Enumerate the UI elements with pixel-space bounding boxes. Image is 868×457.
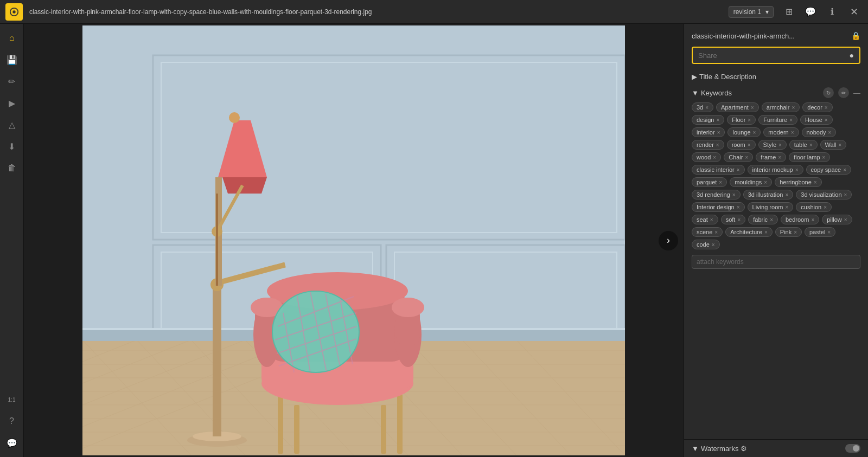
tag-interior-design-remove[interactable]: × (737, 204, 740, 210)
tag-furniture: Furniture× (758, 115, 797, 125)
tag-scene-remove[interactable]: × (714, 229, 718, 235)
tag-floor-remove[interactable]: × (748, 117, 751, 123)
title-description-header[interactable]: ▶ Title & Description (692, 69, 860, 84)
tag-code-remove[interactable]: × (712, 242, 715, 248)
grid-icon[interactable]: ⊞ (780, 3, 797, 21)
tag-decor-remove[interactable]: × (825, 105, 828, 111)
tag-copy-space-remove[interactable]: × (843, 167, 846, 173)
watermarks-gear-icon[interactable]: ⚙ (741, 445, 747, 453)
tag-3d-rendering-remove[interactable]: × (732, 192, 736, 198)
tag-decor: decor× (802, 102, 832, 112)
watermarks-toggle[interactable] (845, 444, 860, 453)
tag-parquet-remove[interactable]: × (719, 179, 722, 185)
tag-bedroom: bedroom× (781, 215, 819, 224)
sidebar-help-icon[interactable]: ? (2, 411, 22, 431)
lock-icon[interactable]: 🔒 (851, 31, 860, 40)
tag-bedroom-remove[interactable]: × (811, 217, 814, 223)
svg-rect-49 (381, 405, 386, 454)
interior-svg (82, 25, 625, 455)
tag-3d-illustration: 3d illustration× (743, 190, 794, 199)
tag-armchair-remove[interactable]: × (792, 105, 795, 111)
tag-cushion: cushion× (796, 202, 832, 212)
tag-architecture-remove[interactable]: × (764, 229, 768, 235)
sidebar-trash-icon[interactable]: 🗑 (2, 158, 22, 178)
sidebar-save-icon[interactable]: 💾 (2, 50, 22, 69)
share-bar[interactable]: ● (692, 47, 860, 64)
tag-style-remove[interactable]: × (778, 142, 782, 148)
keywords-edit-icon[interactable]: ✏ (838, 87, 849, 98)
tag-design-remove[interactable]: × (716, 117, 719, 123)
tag-cushion-remove[interactable]: × (824, 204, 827, 210)
tag-herringbone-remove[interactable]: × (814, 179, 817, 185)
sidebar-comment-icon[interactable]: 💬 (2, 433, 22, 453)
tag-3d: 3d× (692, 102, 713, 112)
tag-house: House× (800, 115, 833, 125)
tag-pastel-remove[interactable]: × (827, 229, 831, 235)
keywords-label-area: ▼ Keywords (692, 89, 732, 97)
tag-wall-remove[interactable]: × (839, 142, 842, 148)
close-icon[interactable]: ✕ (845, 3, 863, 21)
chat-icon[interactable]: 💬 (802, 3, 819, 21)
keywords-refresh-icon[interactable]: ↻ (823, 87, 834, 98)
sidebar-ratio-icon[interactable]: 1:1 (2, 390, 22, 409)
tag-room-remove[interactable]: × (748, 142, 751, 148)
tag-nobody-remove[interactable]: × (828, 130, 832, 136)
share-input[interactable] (698, 52, 850, 60)
keywords-collapse-arrow[interactable]: ▼ (692, 89, 699, 97)
sidebar-edit-icon[interactable]: ✏ (2, 72, 22, 91)
tag-lounge-remove[interactable]: × (753, 130, 756, 136)
tag-interior-mockup-remove[interactable]: × (795, 167, 799, 173)
tag-table-remove[interactable]: × (809, 142, 813, 148)
sidebar-download-icon[interactable]: ⬇ (2, 137, 22, 156)
share-submit-icon[interactable]: ● (850, 51, 854, 60)
tag-pink-remove[interactable]: × (794, 229, 797, 235)
tag-3d-rendering: 3d rendering× (692, 190, 741, 199)
svg-rect-36 (213, 286, 221, 436)
keyword-input[interactable] (692, 255, 860, 269)
info-icon[interactable]: ℹ (824, 3, 841, 21)
svg-rect-47 (397, 394, 403, 454)
sidebar-send-icon[interactable]: ▶ (2, 93, 22, 113)
panel-header: classic-interior-with-pink-armch... 🔒 (684, 24, 868, 44)
title-description-label-area: ▶ Title & Description (692, 73, 756, 81)
app-logo[interactable] (5, 3, 23, 21)
tag-interior: interior× (692, 127, 725, 137)
tag-seat-remove[interactable]: × (710, 217, 713, 223)
tag-furniture-remove[interactable]: × (789, 117, 793, 123)
tag-design: design× (692, 115, 724, 125)
revision-dropdown[interactable]: revision 1 ▾ (729, 6, 774, 18)
tag-interior-design: Interior design× (692, 202, 745, 212)
keywords-actions: ↻ ✏ — (823, 87, 860, 98)
keywords-panel: ▼ Keywords ↻ ✏ — 3d× Apartment× armchair… (684, 84, 868, 439)
main-layout: ⌂ 💾 ✏ ▶ △ ⬇ 🗑 1:1 ? 💬 (0, 24, 868, 457)
tag-3d-visualization-remove[interactable]: × (844, 192, 847, 198)
tag-living-room-remove[interactable]: × (785, 204, 788, 210)
tag-apartment-remove[interactable]: × (751, 105, 754, 111)
tag-classic-interior-remove[interactable]: × (737, 167, 740, 173)
keywords-header: ▼ Keywords ↻ ✏ — (692, 84, 860, 102)
tag-soft-remove[interactable]: × (737, 217, 741, 223)
tag-wood-remove[interactable]: × (713, 155, 716, 160)
tag-render-remove[interactable]: × (716, 142, 719, 148)
svg-rect-46 (278, 394, 283, 454)
keywords-collapse-icon[interactable]: — (853, 89, 860, 97)
tag-architecture: Architecture× (725, 227, 773, 237)
tag-fabric-remove[interactable]: × (770, 217, 773, 223)
tag-house-remove[interactable]: × (825, 117, 828, 123)
tag-3d-remove[interactable]: × (705, 105, 709, 111)
tag-table: table× (789, 140, 818, 150)
tag-3d-illustration-remove[interactable]: × (785, 192, 788, 198)
tag-frame-remove[interactable]: × (778, 155, 781, 160)
sidebar-warning-icon[interactable]: △ (2, 115, 22, 134)
tag-pillow-remove[interactable]: × (844, 217, 847, 223)
tag-floor-lamp-remove[interactable]: × (822, 155, 826, 160)
tag-mouldings-remove[interactable]: × (764, 179, 767, 185)
tag-chair-remove[interactable]: × (745, 155, 748, 160)
next-arrow[interactable]: › (659, 231, 678, 250)
tag-interior-remove[interactable]: × (717, 130, 720, 136)
watermarks-label-area[interactable]: ▼ Watermarks ⚙ (692, 445, 747, 453)
tag-modern-remove[interactable]: × (791, 130, 794, 136)
tag-fabric: fabric× (748, 215, 778, 224)
sidebar-home-icon[interactable]: ⌂ (2, 28, 22, 48)
left-sidebar: ⌂ 💾 ✏ ▶ △ ⬇ 🗑 1:1 ? 💬 (0, 24, 24, 457)
